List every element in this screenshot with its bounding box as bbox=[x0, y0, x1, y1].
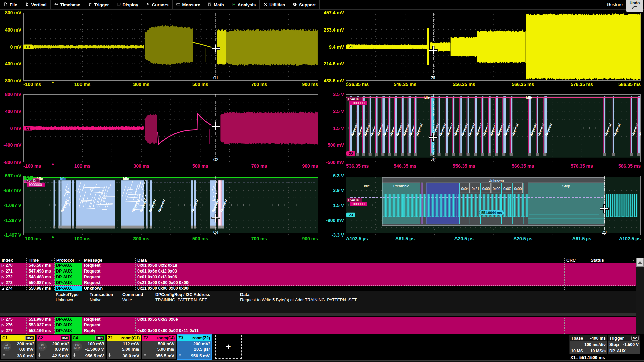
timebase-rate: 10 MS/s bbox=[590, 349, 606, 353]
menu-item-display[interactable]: Display bbox=[113, 0, 142, 9]
expand-arrow-icon[interactable]: ▷ bbox=[2, 323, 4, 327]
menu-item-analysis[interactable]: Analysis bbox=[228, 0, 260, 9]
timebase-box[interactable]: Tbase -400 ms 100 ms/div 10 MS 10 MS/s bbox=[569, 335, 607, 354]
column-header-status[interactable]: Status▾ bbox=[589, 258, 636, 263]
waveform-plot-c1[interactable]: C1C1 bbox=[23, 13, 318, 81]
collapse-arrow-icon[interactable]: ◢ bbox=[2, 287, 4, 290]
table-row[interactable]: ▷270546.507 msDP-AUXRequest0x01 0x6d 0xf… bbox=[0, 263, 644, 268]
column-header-index[interactable]: Index bbox=[0, 258, 27, 263]
waveform-plot-z3[interactable]: UnknownPreambleStop0x040x210x000x000x000… bbox=[346, 176, 641, 235]
menu-item-math[interactable]: Math bbox=[204, 0, 228, 9]
plot-c2[interactable]: C2C2 bbox=[23, 94, 318, 162]
add-trace-button[interactable]: + bbox=[215, 335, 242, 359]
table-row[interactable]: ▷271547.498 msDP-AUXRequest0x01 0x6c 0xf… bbox=[0, 268, 644, 274]
menu-item-measure[interactable]: Measure bbox=[173, 0, 204, 9]
trigger-position-marker[interactable]: ▲ bbox=[51, 80, 55, 84]
y-axis-label: -3.3 V bbox=[332, 232, 344, 238]
descriptor-C1[interactable]: C1D5016GHz200 mV/0.0 mV-38.0 mV bbox=[1, 335, 35, 359]
plot-z3[interactable]: UnknownPreambleStop0x040x210x000x000x000… bbox=[346, 176, 641, 235]
support-icon bbox=[293, 2, 297, 7]
expand-arrow-icon[interactable]: ▷ bbox=[2, 275, 4, 279]
expand-arrow-icon[interactable]: ▷ bbox=[2, 318, 4, 321]
descriptor-Z3[interactable]: Z3zoom(Z2)200 mV/20.5 µs/956.5 mV bbox=[177, 334, 212, 360]
table-row[interactable]: ▷273550.987 msDP-AUXRequest0x21 0x00 0x0… bbox=[0, 280, 644, 286]
expand-arrow-icon[interactable]: ▷ bbox=[2, 329, 4, 333]
y-axis-label: -697 mV bbox=[3, 173, 21, 178]
column-header-time[interactable]: Time▾ bbox=[27, 258, 55, 263]
menu-item-cursors[interactable]: Cursors bbox=[142, 0, 173, 9]
svg-text:C2: C2 bbox=[26, 127, 31, 130]
scroll-up-button[interactable] bbox=[636, 258, 644, 267]
menu-item-timebase[interactable]: Timebase bbox=[51, 0, 85, 9]
column-header-data[interactable]: Data bbox=[136, 258, 565, 263]
channel-badge-Z1[interactable]: Z1 bbox=[346, 45, 355, 49]
y-axis-c1: 800 mV400 mV0 mV-400 mV-800 mV bbox=[1, 13, 23, 81]
grid-block-c1: 800 mV400 mV0 mV-400 mV-800 mVC1C1-100 m… bbox=[1, 13, 319, 88]
expand-arrow-icon[interactable]: ▷ bbox=[2, 264, 4, 267]
display-icon bbox=[117, 2, 121, 7]
trigger-position-marker[interactable]: ▲ bbox=[51, 162, 55, 166]
svg-text:Z3: Z3 bbox=[349, 213, 353, 217]
cursor-cross-icon bbox=[178, 353, 182, 359]
cell-index: ▷271 bbox=[0, 268, 27, 274]
channel-badge-C4[interactable]: C4 bbox=[24, 176, 33, 180]
waveform-plot-c4[interactable]: IdleIdleIdleRequestRequestRequestRequest… bbox=[23, 176, 318, 235]
channel-badge-C2[interactable]: C2 bbox=[24, 126, 33, 131]
column-header-protocol[interactable]: Protocol▾ bbox=[55, 258, 82, 263]
svg-text:Idle: Idle bbox=[526, 95, 532, 99]
cell-time: 551.990 ms bbox=[27, 317, 55, 322]
undo-button[interactable]: Undo bbox=[626, 0, 643, 12]
menu-item-vertical[interactable]: Vertical bbox=[21, 0, 50, 9]
table-row[interactable]: ▷275551.990 msDP-AUXRequest0x01 0x55 0x6… bbox=[0, 317, 644, 322]
x-axis-label: 900 ms bbox=[302, 163, 318, 169]
column-header-crc[interactable]: CRC bbox=[565, 258, 589, 263]
plot-c4[interactable]: IdleIdleIdleRequestRequestRequestRequest… bbox=[23, 176, 318, 235]
detail-value: Unknown bbox=[56, 298, 73, 302]
x-axis-label: Δ102.5 µs bbox=[619, 236, 641, 241]
table-row[interactable]: ▷276553.037 msDP-AUXRequest bbox=[0, 322, 644, 328]
expand-arrow-icon[interactable]: ▷ bbox=[2, 281, 4, 284]
trigger-box[interactable]: Trigger DC Stop -1.500 V DP-AUX bbox=[608, 335, 640, 354]
channel-badge-C1[interactable]: C1 bbox=[24, 45, 33, 49]
waveform-plot-c2[interactable]: C2C2 bbox=[23, 94, 318, 162]
vertical-scale-value: 200 mV/ bbox=[52, 341, 69, 346]
menu-item-label: Math bbox=[214, 2, 224, 7]
plot-z1[interactable]: Z1Z1 bbox=[346, 13, 641, 81]
svg-text:C1: C1 bbox=[26, 45, 31, 49]
table-row[interactable]: ▷277553.166 msDP-AUXReply0x00 0x00 0x80 … bbox=[0, 328, 644, 334]
plot-z2[interactable]: RequestRequestRequestRequestRequestReque… bbox=[346, 94, 641, 162]
waveform-plot-z1[interactable]: Z1Z1 bbox=[346, 13, 641, 81]
menu-item-utilities[interactable]: Utilities bbox=[260, 0, 289, 9]
x-axis-c4: -100 ms100 ms300 ms500 ms700 ms900 ms▲ bbox=[23, 235, 318, 242]
menu-item-trigger[interactable]: Trigger bbox=[84, 0, 113, 9]
table-row[interactable]: ▷272548.488 msDP-AUXRequest0x01 0x03 0xf… bbox=[0, 274, 644, 280]
descriptor-Z1[interactable]: Z1zoom(C1)112 mV/5.00 ms/-38.0 mV bbox=[107, 335, 141, 359]
channel-badge-Z2[interactable]: Z2 bbox=[346, 151, 355, 156]
descriptor-C4[interactable]: C4DC1500MHz100 mV/-1.5000 V956.5 mV bbox=[71, 335, 106, 359]
waveform-plot-z2[interactable]: RequestRequestRequestRequestRequestReque… bbox=[346, 94, 641, 162]
sort-arrow-icon[interactable]: ▾ bbox=[51, 259, 53, 262]
table-row[interactable]: ◢274550.987 msDP-AUXUnknown0x21 0x00 0x0… bbox=[0, 286, 644, 291]
cell-index: ▷276 bbox=[0, 322, 27, 328]
plot-c1[interactable]: C1C1 bbox=[23, 13, 318, 81]
descriptor-header-C1: C1D50 bbox=[1, 335, 35, 341]
protocol-badge: DP-AUX bbox=[55, 263, 82, 268]
sort-arrow-icon[interactable]: ▾ bbox=[632, 259, 634, 262]
channel-badge-Z3[interactable]: Z3 bbox=[346, 213, 355, 217]
cell-crc bbox=[565, 263, 589, 268]
menu-item-file[interactable]: File bbox=[0, 0, 21, 9]
trigger-position-marker[interactable]: ▲ bbox=[51, 234, 55, 238]
menu-item-support[interactable]: Support bbox=[289, 0, 320, 9]
x-axis-label: 700 ms bbox=[251, 82, 267, 87]
menu-item-label: Analysis bbox=[238, 2, 256, 7]
descriptor-C2[interactable]: C2D5016GHz200 mV/0.0 mV42.5 mV bbox=[36, 335, 70, 359]
descriptor-Z2[interactable]: Z2zoom(C4)500 mV/5.00 ms/956.5 mV bbox=[142, 335, 176, 359]
column-header-message[interactable]: Message bbox=[82, 258, 136, 263]
sort-arrow-icon[interactable]: ▾ bbox=[78, 259, 80, 262]
svg-text:0x00: 0x00 bbox=[482, 187, 490, 191]
x-axis-label: 556.35 ms bbox=[453, 82, 475, 87]
utilities-icon bbox=[263, 2, 267, 7]
expand-arrow-icon[interactable]: ▷ bbox=[2, 269, 4, 273]
table-scrollbar[interactable] bbox=[636, 258, 644, 334]
x-axis-label: 546.35 ms bbox=[394, 163, 416, 169]
